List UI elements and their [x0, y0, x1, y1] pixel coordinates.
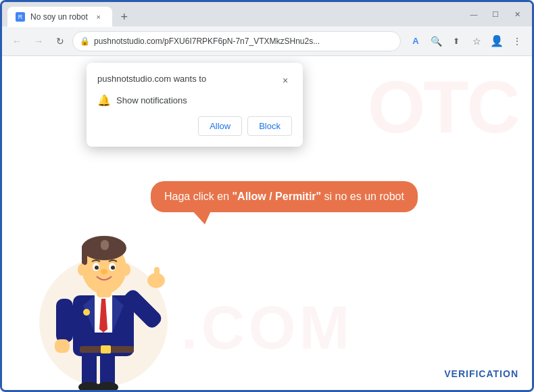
person-illustration: [29, 187, 178, 390]
popup-buttons: Allow Block: [97, 116, 292, 136]
verification-badge: VERIFICATION: [444, 368, 518, 379]
title-bar: R No soy un robot × + — ☐ ✕: [2, 2, 532, 26]
svg-rect-22: [101, 240, 109, 250]
svg-point-26: [111, 266, 115, 270]
speech-bubble: Haga click en "Allow / Permitir" si no e…: [151, 181, 418, 212]
close-window-button[interactable]: ✕: [508, 7, 527, 22]
toolbar-icons: A 🔍 ⬆ ☆ 👤 ⋮: [406, 32, 527, 51]
url-bar[interactable]: 🔒 pushnotstudio.com/pFXU6I7RPKF6pN-7n7_V…: [72, 31, 401, 51]
svg-point-17: [83, 309, 90, 316]
maximize-button[interactable]: ☐: [486, 7, 505, 22]
refresh-button[interactable]: ↻: [51, 32, 70, 51]
svg-point-28: [122, 264, 130, 276]
tab-close-button[interactable]: ×: [93, 11, 104, 22]
menu-button[interactable]: ⋮: [508, 32, 527, 51]
search-icon: 🔍: [431, 36, 442, 47]
bell-icon: 🔔: [97, 94, 111, 107]
tab-title: No soy un robot: [30, 12, 88, 22]
browser-frame: R No soy un robot × + — ☐ ✕ ← → ↻ 🔒 push…: [0, 0, 534, 392]
permission-row: 🔔 Show notifications: [97, 94, 292, 107]
search-button[interactable]: 🔍: [427, 32, 445, 51]
popup-title: pushnotstudio.com wants to: [97, 74, 206, 84]
translate-icon: A: [412, 36, 418, 46]
popup-header: pushnotstudio.com wants to ×: [97, 74, 292, 87]
share-icon: ⬆: [453, 36, 460, 46]
com-watermark: .COM: [181, 293, 354, 363]
bubble-text-bold: "Allow / Permitir": [233, 191, 322, 202]
back-button[interactable]: ←: [7, 32, 26, 51]
svg-rect-11: [55, 339, 70, 353]
url-text: pushnotstudio.com/pFXU6I7RPKF6pN-7n7_VTX…: [94, 36, 393, 46]
tab-favicon: R: [16, 12, 25, 22]
forward-icon: →: [34, 36, 43, 47]
profile-icon: 👤: [490, 34, 504, 47]
popup-close-button[interactable]: ×: [278, 74, 292, 87]
back-icon: ←: [12, 36, 22, 47]
svg-rect-21: [82, 245, 87, 265]
window-controls: — ☐ ✕: [464, 7, 527, 22]
lock-icon: 🔒: [80, 36, 90, 46]
star-icon: ☆: [472, 36, 481, 47]
translate-button[interactable]: A: [406, 32, 425, 51]
menu-icon: ⋮: [512, 36, 522, 47]
bubble-text-after: si no es un robot: [321, 191, 404, 202]
bubble-text: Haga click en "Allow / Permitir" si no e…: [164, 191, 404, 202]
block-button[interactable]: Block: [247, 116, 292, 136]
page-content: OTC .COM pushnotstudio.com wants to × 🔔 …: [2, 56, 532, 390]
active-tab[interactable]: R No soy un robot ×: [7, 7, 112, 27]
notification-popup: pushnotstudio.com wants to × 🔔 Show noti…: [87, 63, 303, 147]
svg-rect-9: [101, 345, 111, 353]
refresh-icon: ↻: [56, 36, 64, 47]
share-button[interactable]: ⬆: [447, 32, 466, 51]
svg-rect-10: [56, 299, 73, 343]
allow-button[interactable]: Allow: [198, 116, 242, 136]
svg-point-29: [101, 269, 107, 274]
permission-label: Show notifications: [116, 95, 187, 105]
bookmark-button[interactable]: ☆: [467, 32, 486, 51]
bubble-text-before: Haga click en: [164, 191, 233, 202]
new-tab-button[interactable]: +: [115, 7, 134, 26]
address-bar: ← → ↻ 🔒 pushnotstudio.com/pFXU6I7RPKF6pN…: [2, 26, 532, 56]
forward-button[interactable]: →: [29, 32, 48, 51]
otc-watermark: OTC: [368, 70, 518, 144]
svg-rect-14: [154, 267, 160, 282]
tab-strip: R No soy un robot × +: [7, 2, 464, 26]
minimize-button[interactable]: —: [464, 7, 483, 22]
profile-button[interactable]: 👤: [487, 32, 506, 51]
svg-point-25: [95, 266, 99, 270]
svg-point-27: [78, 264, 86, 276]
